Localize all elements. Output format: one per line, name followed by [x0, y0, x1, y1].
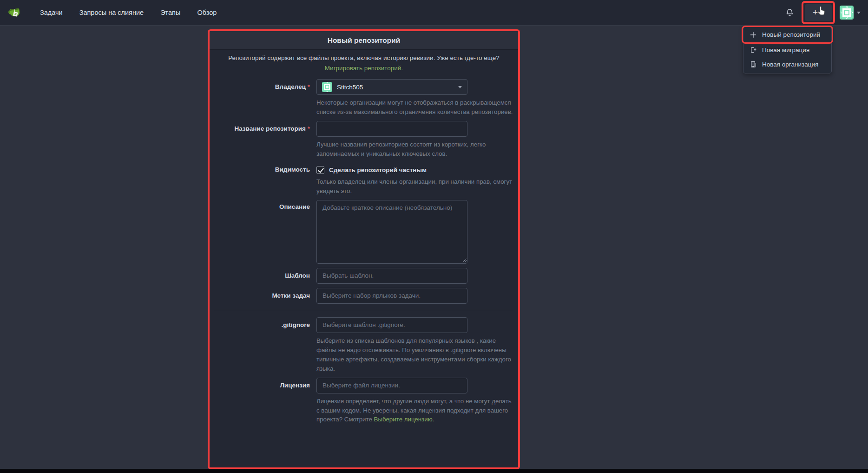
- navbar-right: +: [785, 1, 861, 24]
- owner-label: Владелец: [213, 79, 316, 117]
- plus-icon: [750, 32, 757, 38]
- gitignore-help-text: Выберите из списка шаблонов для популярн…: [316, 336, 513, 373]
- gitignore-input[interactable]: [316, 317, 467, 333]
- field-template: Шаблон: [213, 268, 514, 284]
- visibility-label: Видимость: [213, 163, 316, 196]
- nav-item-pull-requests[interactable]: Запросы на слияние: [79, 9, 144, 16]
- new-repository-form: Новый репозиторий Репозиторий содержит в…: [208, 29, 520, 469]
- owner-dropdown[interactable]: Stitch505: [316, 79, 467, 95]
- create-dropdown-menu: Новый репозиторий Новая миграция Новая о…: [743, 26, 832, 73]
- description-label: Описание: [213, 200, 316, 264]
- menu-item-label: Новый репозиторий: [762, 31, 820, 38]
- issue-labels-label: Метки задач: [213, 288, 316, 304]
- plus-icon: +: [813, 8, 818, 17]
- issue-labels-input[interactable]: [316, 288, 467, 304]
- notifications-bell-icon[interactable]: [785, 8, 794, 17]
- chevron-down-icon: [458, 86, 462, 88]
- field-description: Описание: [213, 200, 514, 264]
- user-menu-button[interactable]: [840, 6, 861, 20]
- user-avatar: [840, 6, 854, 20]
- menu-item-label: Новая организация: [762, 61, 818, 68]
- repo-name-label: Название репозитория: [213, 121, 316, 159]
- menu-item-new-repository[interactable]: Новый репозиторий: [743, 27, 831, 42]
- menu-item-new-migration[interactable]: Новая миграция: [743, 43, 831, 57]
- gitea-logo-icon[interactable]: [7, 5, 22, 20]
- owner-selected-value: Stitch505: [337, 84, 363, 91]
- field-visibility: Видимость Сделать репозиторий частным То…: [213, 163, 514, 196]
- repo-name-help-text: Лучшие названия репозиториев состоят из …: [316, 140, 513, 159]
- nav-item-issues[interactable]: Задачи: [40, 9, 63, 16]
- form-body: Репозиторий содержит все файлы проекта, …: [210, 50, 518, 424]
- template-label: Шаблон: [213, 268, 316, 284]
- menu-item-label: Новая миграция: [762, 47, 809, 53]
- chevron-down-icon: [820, 12, 824, 14]
- annotation-box-plus-button: +: [802, 1, 835, 24]
- chevron-down-icon: [857, 12, 861, 14]
- navbar-links: Задачи Запросы на слияние Этапы Обзор: [40, 9, 217, 16]
- license-label: Лицензия: [213, 378, 316, 425]
- page-title: Новый репозиторий: [328, 36, 401, 45]
- visibility-checkbox-row: Сделать репозиторий частным: [316, 163, 513, 174]
- form-header: Новый репозиторий: [210, 31, 518, 50]
- nav-item-explore[interactable]: Обзор: [197, 9, 217, 16]
- owner-help-text: Некоторые организации могут не отображат…: [316, 98, 513, 117]
- menu-item-new-organization[interactable]: Новая организация: [743, 57, 831, 72]
- field-issue-labels: Метки задач: [213, 288, 514, 304]
- create-new-button[interactable]: +: [805, 4, 832, 21]
- owner-avatar: [322, 82, 332, 92]
- top-navbar: Задачи Запросы на слияние Этапы Обзор +: [0, 0, 868, 26]
- license-input[interactable]: [316, 378, 467, 393]
- private-checkbox-label: Сделать репозиторий частным: [329, 167, 427, 173]
- visibility-help-text: Только владелец или члены организации, п…: [316, 177, 513, 196]
- organization-icon: [750, 61, 757, 68]
- license-help-text: Лицензия определяет, что другие люди мог…: [316, 397, 513, 425]
- field-gitignore: .gitignore Выберите из списка шаблонов д…: [213, 317, 514, 373]
- nav-item-milestones[interactable]: Этапы: [160, 9, 180, 16]
- field-owner: Владелец Stitch505: [213, 79, 514, 117]
- field-license: Лицензия Лицензия определяет, что другие…: [213, 378, 514, 425]
- choose-license-link[interactable]: Выберите лицензию.: [374, 416, 434, 423]
- section-divider: [214, 310, 513, 310]
- migrate-repository-link[interactable]: Мигрировать репозиторий.: [325, 65, 403, 72]
- form-intro: Репозиторий содержит все файлы проекта, …: [224, 53, 504, 73]
- description-textarea[interactable]: [316, 200, 467, 264]
- field-repo-name: Название репозитория Лучшие названия реп…: [213, 121, 514, 159]
- private-checkbox[interactable]: [316, 166, 324, 174]
- repo-name-input[interactable]: [316, 121, 467, 137]
- migrate-icon: [750, 47, 757, 53]
- window-bottom-edge: [0, 469, 868, 473]
- template-input[interactable]: [316, 268, 467, 284]
- gitignore-label: .gitignore: [213, 317, 316, 373]
- intro-text: Репозиторий содержит все файлы проекта, …: [228, 54, 500, 61]
